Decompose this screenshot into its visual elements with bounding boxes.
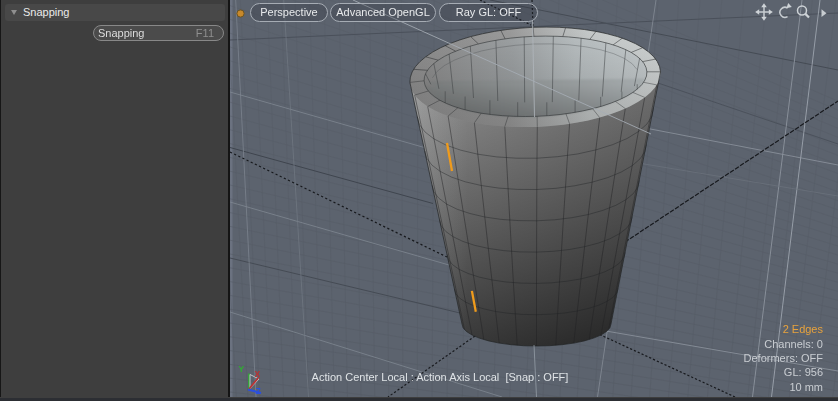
svg-text:Z: Z xyxy=(256,386,261,396)
